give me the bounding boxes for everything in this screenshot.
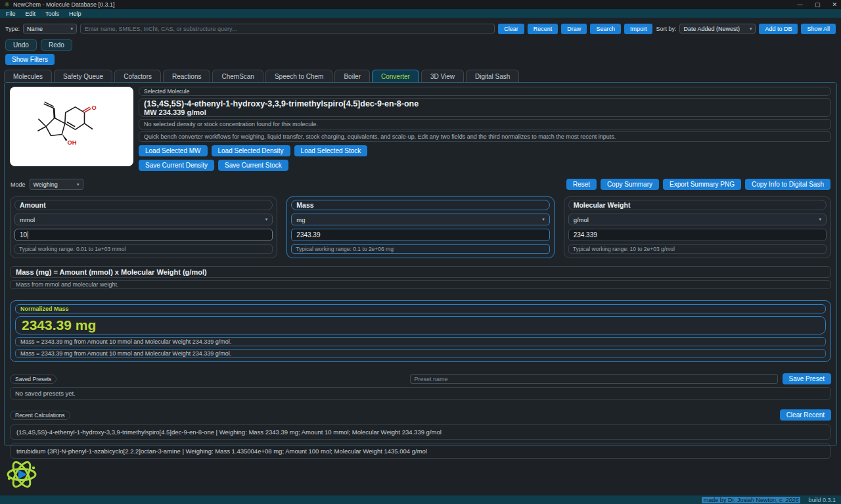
restore-icon[interactable]: ▢ <box>815 1 821 8</box>
no-presets-message: No saved presets yet. <box>10 387 831 400</box>
filter-row: Show Filters <box>0 54 841 65</box>
text-caret <box>28 231 28 239</box>
export-summary-png-button[interactable]: Export Summary PNG <box>663 179 741 190</box>
molecule-mw: MW 234.339 g/mol <box>144 108 826 116</box>
molecular-weight-input[interactable]: 234.339 <box>568 229 827 241</box>
clear-recent-button[interactable]: Clear Recent <box>780 409 831 421</box>
mode-label: Mode <box>11 181 26 188</box>
chevron-down-icon: ▾ <box>750 26 752 32</box>
status-bar: made by Dr. Josiah Newton, c. 2026 build… <box>0 495 841 504</box>
formula-text: Mass (mg) = Amount (mmol) x Molecular We… <box>10 266 831 278</box>
app-window: ⚛ NewChem - Molecule Database [0.3.1] — … <box>0 0 841 504</box>
menu-file[interactable]: File <box>6 11 16 17</box>
mode-select[interactable]: Weighing ▾ <box>30 179 83 190</box>
normalized-mass-panel: Normalized Mass 2343.39 mg Mass = 2343.3… <box>10 300 831 362</box>
tab-3d-view[interactable]: 3D View <box>421 70 464 82</box>
amount-panel: Amount mmol ▾ 10 Typical working range: … <box>10 196 277 258</box>
mode-select-value: Weighing <box>34 181 58 188</box>
add-to-db-button[interactable]: Add to DB <box>759 24 798 34</box>
credit-year: c. 2026 <box>779 497 799 503</box>
molecular-weight-unit-select[interactable]: g/mol ▾ <box>568 214 827 225</box>
tab-molecules[interactable]: Molecules <box>4 70 52 82</box>
molecule-structure-image: O OH <box>10 87 133 166</box>
close-icon[interactable]: ✕ <box>832 1 837 8</box>
type-select-value: Name <box>27 26 43 32</box>
tab-safety-queue[interactable]: Safety Queue <box>54 70 112 82</box>
undo-button[interactable]: Undo <box>5 39 37 51</box>
molecular-weight-value: 234.339 <box>574 231 597 239</box>
amount-input[interactable]: 10 <box>14 229 273 241</box>
save-current-density-button[interactable]: Save Current Density <box>139 160 214 171</box>
molecular-weight-panel: Molecular Weight g/mol ▾ 234.339 Typical… <box>564 196 831 258</box>
load-selected-density-button[interactable]: Load Selected Density <box>212 145 290 156</box>
sort-select[interactable]: Date Added (Newest) ▾ <box>679 24 756 34</box>
sort-select-value: Date Added (Newest) <box>683 26 740 32</box>
type-label: Type: <box>5 26 20 32</box>
amount-value: 10 <box>20 231 27 239</box>
recent-calculation-row[interactable]: trirubidium (3R)-N-phenyl-1-azabicyclo[2… <box>10 444 831 459</box>
amount-header: Amount <box>14 200 273 210</box>
mass-hint: Typical working range: 0.1 to 2e+06 mg <box>291 244 549 254</box>
sort-by-label: Sort by: <box>656 26 676 32</box>
minimize-icon[interactable]: — <box>797 1 803 8</box>
save-current-stock-button[interactable]: Save Current Stock <box>218 160 288 171</box>
hydroxyl-label: OH <box>68 139 77 146</box>
menu-tools[interactable]: Tools <box>45 11 59 17</box>
amount-unit-select[interactable]: mmol ▾ <box>14 214 273 225</box>
ketone-oxygen-label: O <box>92 104 97 111</box>
show-all-button[interactable]: Show All <box>801 24 836 34</box>
molecule-name-box: (1S,4S,5S)-4-ethenyl-1-hydroxy-3,3,9-tri… <box>139 98 831 117</box>
show-filters-button[interactable]: Show Filters <box>5 54 55 65</box>
clear-button[interactable]: Clear <box>498 24 524 34</box>
load-selected-mw-button[interactable]: Load Selected MW <box>139 145 208 156</box>
atom-icon: ⚛ <box>4 1 10 8</box>
preset-name-input[interactable] <box>410 374 778 384</box>
recent-button[interactable]: Recent <box>528 24 558 34</box>
credit-prefix: made by Dr. Josiah Newton, <box>704 497 779 503</box>
menu-edit[interactable]: Edit <box>26 11 36 17</box>
redo-button[interactable]: Redo <box>41 39 72 51</box>
save-preset-button[interactable]: Save Preset <box>783 373 831 384</box>
molecular-weight-unit-value: g/mol <box>574 216 589 223</box>
converter-panel: O OH Selected Molecule (1S,4S,5S)-4-ethe… <box>4 82 837 446</box>
chevron-down-icon: ▾ <box>265 217 268 222</box>
tab-speech-to-chem[interactable]: Speech to Chem <box>265 70 333 82</box>
mass-unit-select[interactable]: mg ▾ <box>291 214 549 225</box>
formula-subtitle: Mass from mmol and molecular weight. <box>10 280 831 289</box>
menu-help[interactable]: Help <box>69 11 81 17</box>
mass-value: 2343.39 <box>296 231 320 239</box>
tab-boiler[interactable]: Boiler <box>334 70 370 82</box>
recent-calculation-row[interactable]: (1S,4S,5S)-4-ethenyl-1-hydroxy-3,3,9-tri… <box>10 424 831 440</box>
search-button[interactable]: Search <box>590 24 621 34</box>
converter-description: Quick bench converter workflows for weig… <box>139 131 831 142</box>
tab-chemscan[interactable]: ChemScan <box>212 70 263 82</box>
type-select[interactable]: Name ▾ <box>23 24 77 34</box>
tab-bar: Molecules Safety Queue Cofactors Reactio… <box>0 70 841 82</box>
saved-presets-label: Saved Presets <box>10 375 57 384</box>
chevron-down-icon: ▾ <box>819 217 821 222</box>
window-title: NewChem - Molecule Database [0.3.1] <box>13 1 115 8</box>
mass-panel: Mass mg ▾ 2343.39 Typical working range:… <box>286 196 554 258</box>
molecular-weight-hint: Typical working range: 10 to 2e+03 g/mol <box>568 244 827 254</box>
draw-button[interactable]: Draw <box>561 24 587 34</box>
title-bar: ⚛ NewChem - Molecule Database [0.3.1] — … <box>0 0 841 9</box>
search-input[interactable] <box>80 24 495 34</box>
import-button[interactable]: Import <box>624 24 653 34</box>
history-row: Undo Redo <box>0 39 841 51</box>
build-version: build 0.3.1 <box>808 497 836 503</box>
app-logo <box>5 455 38 495</box>
menu-bar: File Edit Tools Help <box>0 9 841 18</box>
chevron-down-icon: ▾ <box>542 217 545 222</box>
load-selected-stock-button[interactable]: Load Selected Stock <box>294 145 368 156</box>
tab-cofactors[interactable]: Cofactors <box>114 70 161 82</box>
mass-unit-value: mg <box>296 216 305 223</box>
mass-input[interactable]: 2343.39 <box>291 229 549 241</box>
copy-summary-button[interactable]: Copy Summary <box>601 179 659 190</box>
tab-reactions[interactable]: Reactions <box>163 70 210 82</box>
reset-button[interactable]: Reset <box>566 179 597 190</box>
copy-info-digital-sash-button[interactable]: Copy Info to Digital Sash <box>745 179 830 190</box>
tab-converter[interactable]: Converter <box>372 70 419 82</box>
mass-header: Mass <box>291 200 549 210</box>
recent-calculations-label: Recent Calculations <box>10 411 70 420</box>
tab-digital-sash[interactable]: Digital Sash <box>466 70 519 82</box>
